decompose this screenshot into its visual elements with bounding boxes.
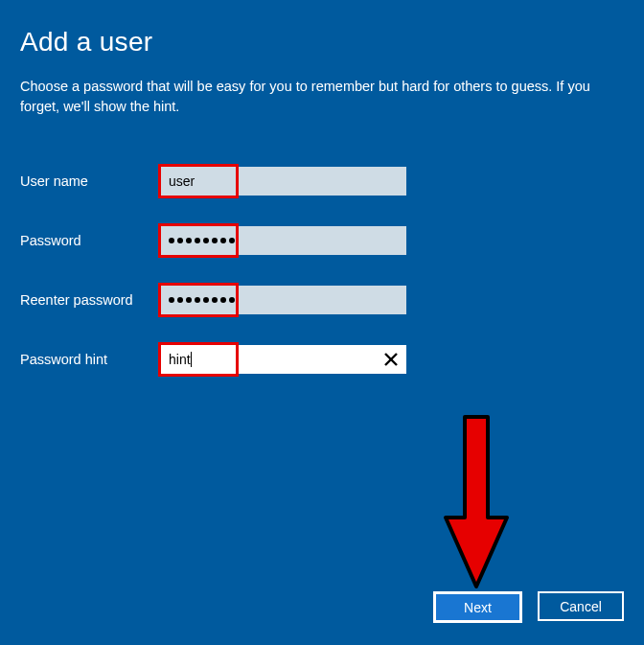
- description-text: Choose a password that will be easy for …: [20, 77, 610, 117]
- wrapper-reenter: [161, 286, 406, 314]
- cancel-button[interactable]: Cancel: [538, 591, 624, 621]
- wrapper-hint: hint: [161, 345, 406, 374]
- clear-icon[interactable]: [379, 345, 403, 374]
- row-hint: Password hint hint: [20, 345, 624, 374]
- input-password[interactable]: [161, 226, 406, 255]
- button-bar: Next Cancel: [433, 591, 624, 623]
- input-username[interactable]: [161, 167, 406, 196]
- label-password: Password: [20, 233, 161, 248]
- row-reenter: Reenter password: [20, 286, 624, 314]
- label-hint: Password hint: [20, 352, 161, 367]
- row-password: Password: [20, 226, 624, 255]
- page-title: Add a user: [20, 27, 624, 58]
- wrapper-password: [161, 226, 406, 255]
- input-hint[interactable]: [161, 345, 406, 374]
- label-username: User name: [20, 173, 161, 189]
- label-reenter: Reenter password: [20, 292, 161, 308]
- next-button[interactable]: Next: [433, 591, 522, 623]
- input-reenter[interactable]: [161, 286, 406, 314]
- wrapper-username: [161, 167, 406, 196]
- arrow-annotation: [443, 414, 510, 595]
- row-username: User name: [20, 167, 624, 196]
